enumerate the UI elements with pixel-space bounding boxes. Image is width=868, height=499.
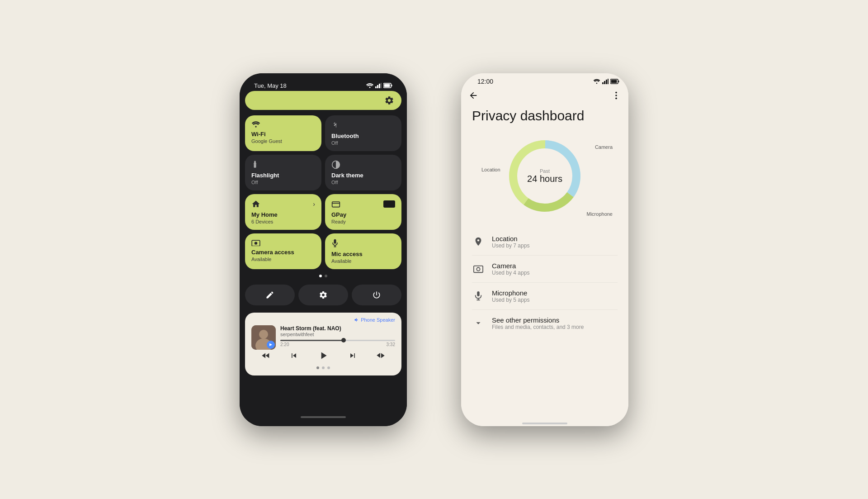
camera-access-sub: Available xyxy=(251,257,315,262)
progress-thumb xyxy=(341,338,346,342)
edit-button[interactable] xyxy=(245,285,295,305)
svg-point-8 xyxy=(255,126,256,127)
media-page-dots xyxy=(251,366,395,369)
back-more-row xyxy=(461,87,628,106)
settings-row[interactable] xyxy=(245,91,401,110)
media-title: Heart Storm (feat. NAO) xyxy=(280,325,395,332)
camera-access-icon xyxy=(251,239,260,246)
wifi-tile[interactable]: Wi-Fi Google Guest xyxy=(245,115,321,151)
home-indicator-right xyxy=(522,423,567,424)
svg-rect-16 xyxy=(334,239,336,243)
svg-rect-12 xyxy=(332,202,340,207)
media-info: Heart Storm (feat. NAO) serpentwithfeet … xyxy=(280,325,395,350)
wifi-right-icon xyxy=(593,79,600,84)
svg-point-39 xyxy=(476,267,480,271)
bluetooth-label: Bluetooth xyxy=(331,133,395,139)
home-indicator-left xyxy=(301,416,346,418)
progress-track xyxy=(280,340,395,341)
privacy-content: Privacy dashboard Past 24 hours xyxy=(461,108,628,419)
svg-rect-1 xyxy=(375,86,377,88)
status-date: Tue, May 18 xyxy=(254,82,287,89)
my-home-chevron: › xyxy=(313,200,315,208)
svg-line-9 xyxy=(334,123,335,124)
battery-icon xyxy=(383,83,392,88)
other-perms-name: See other permissions xyxy=(492,316,618,324)
svg-point-15 xyxy=(255,242,257,244)
time-total: 3:32 xyxy=(387,342,395,347)
my-home-label: My Home xyxy=(251,211,315,218)
more-button[interactable] xyxy=(611,90,621,103)
bluetooth-tile[interactable]: Bluetooth Off xyxy=(325,115,401,151)
mic-access-icon xyxy=(331,239,339,248)
svg-point-32 xyxy=(615,95,617,96)
progress-bar[interactable] xyxy=(280,340,395,341)
camera-perm-item[interactable]: Camera Used by 4 apps xyxy=(472,256,618,283)
dot-1 xyxy=(319,275,322,277)
svg-rect-27 xyxy=(608,79,609,84)
camera-perm-sub: Used by 4 apps xyxy=(492,270,618,276)
svg-rect-24 xyxy=(602,82,604,84)
play-pause-button[interactable] xyxy=(317,350,329,364)
microphone-perm-text: Microphone Used by 5 apps xyxy=(492,289,618,303)
next-button[interactable] xyxy=(348,351,357,362)
dark-theme-tile[interactable]: Dark theme Off xyxy=(325,155,401,190)
toggle-grid: Wi-Fi Google Guest Bluetooth Off xyxy=(245,115,401,269)
svg-rect-10 xyxy=(254,164,256,167)
permissions-list: Location Used by 7 apps Camera Used by 4… xyxy=(472,228,618,337)
rewind-button[interactable] xyxy=(261,351,271,362)
phone-right: 12:00 xyxy=(461,73,628,426)
album-art: ▶ xyxy=(251,325,276,350)
gpay-tile[interactable]: GPay Ready xyxy=(325,194,401,230)
media-dot-1 xyxy=(316,366,319,369)
signal-icon xyxy=(375,83,382,88)
back-button[interactable] xyxy=(468,90,478,103)
privacy-title: Privacy dashboard xyxy=(472,108,618,124)
media-controls xyxy=(251,350,395,364)
svg-rect-40 xyxy=(477,291,480,296)
microphone-label: Microphone xyxy=(587,211,613,217)
location-perm-item[interactable]: Location Used by 7 apps xyxy=(472,228,618,256)
media-artist: serpentwithfeet xyxy=(280,332,395,337)
wifi-label: Wi-Fi xyxy=(251,131,315,138)
microphone-perm-item[interactable]: Microphone Used by 5 apps xyxy=(472,283,618,310)
home-icon xyxy=(251,200,260,209)
other-perms-text: See other permissions Files and media, c… xyxy=(492,316,618,330)
svg-rect-4 xyxy=(381,83,382,88)
gpay-label: GPay xyxy=(331,211,395,218)
phone-left: Tue, May 18 xyxy=(240,73,407,426)
forward-button[interactable] xyxy=(376,351,386,362)
mic-access-tile[interactable]: Mic access Available xyxy=(325,233,401,269)
media-body: ▶ Heart Storm (feat. NAO) serpentwithfee… xyxy=(251,325,395,350)
gpay-sub: Ready xyxy=(331,219,395,224)
prev-button[interactable] xyxy=(289,351,298,362)
camera-access-tile[interactable]: Camera access Available xyxy=(245,233,321,269)
svg-rect-26 xyxy=(606,80,607,84)
wifi-tile-icon xyxy=(251,121,260,128)
time-row: 2:20 3:32 xyxy=(280,342,395,347)
status-right xyxy=(366,83,392,88)
my-home-tile[interactable]: › My Home 6 Devices xyxy=(245,194,321,230)
svg-point-31 xyxy=(615,91,617,93)
edit-icon xyxy=(265,290,274,299)
flashlight-label: Flashlight xyxy=(251,172,315,179)
gear-settings-icon[interactable] xyxy=(384,95,394,105)
status-left: Tue, May 18 xyxy=(254,82,287,89)
other-perms-item[interactable]: See other permissions Files and media, c… xyxy=(472,310,618,337)
speaker-label: Phone Speaker xyxy=(361,317,395,323)
location-perm-name: Location xyxy=(492,235,618,242)
svg-rect-7 xyxy=(392,85,392,86)
bluetooth-icon xyxy=(331,121,339,130)
camera-label: Camera xyxy=(595,144,613,150)
status-bar-left: Tue, May 18 xyxy=(245,79,401,91)
wifi-sub: Google Guest xyxy=(251,138,315,144)
settings-button[interactable] xyxy=(298,285,348,305)
flashlight-tile[interactable]: Flashlight Off xyxy=(245,155,321,190)
page-dots xyxy=(245,275,401,277)
status-left-right: 12:00 xyxy=(470,78,493,85)
power-button[interactable] xyxy=(352,285,401,305)
progress-fill xyxy=(280,340,344,341)
gpay-icon xyxy=(331,200,340,209)
media-header: Phone Speaker xyxy=(251,317,395,323)
status-bar-right: 12:00 xyxy=(461,73,628,87)
my-home-sub: 6 Devices xyxy=(251,219,315,224)
